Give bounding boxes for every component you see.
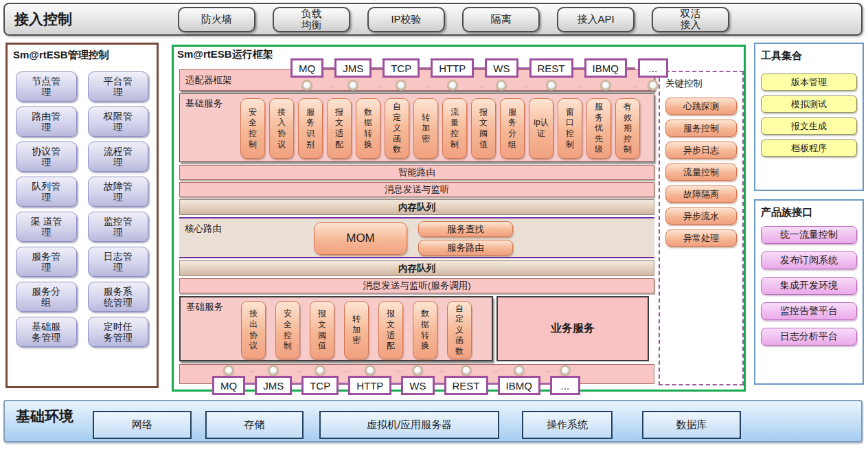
protocol-box: ... xyxy=(550,376,580,395)
basic-services-bottom-box: 基础服务 接出协议安全控制报文阈值转加密报文适配数据转换自定义函数 xyxy=(179,296,493,361)
key-control-title: 关键控制 xyxy=(660,72,742,90)
service-pill: 报文阈值 xyxy=(471,98,496,159)
management-item: 权限管 理 xyxy=(88,106,149,137)
connector-dot-icon xyxy=(268,365,279,376)
protocol-cell: JMS xyxy=(334,58,372,91)
key-control-buttons: 心跳探测服务控制异步日志流量控制故障隔离异步流水异常处理 xyxy=(665,98,737,247)
key-control-panel: 关键控制 心跳探测服务控制异步日志流量控制故障隔离异步流水异常处理 xyxy=(659,71,744,385)
service-pill: 自定义函数 xyxy=(447,301,472,359)
management-item: 渠 道管 理 xyxy=(16,212,77,242)
management-item: 服务管 理 xyxy=(16,247,77,277)
tool-item: 档板程序 xyxy=(761,139,857,157)
tools-panel: 工具集合 版本管理模拟测试报文生成档板程序 xyxy=(754,43,864,191)
management-item: 服务系 统管理 xyxy=(88,282,149,312)
connector-dot-icon xyxy=(496,80,507,91)
esb-management-title: Sm@rtESB管理控制 xyxy=(8,45,157,63)
protocol-cell: TCP xyxy=(301,365,339,395)
protocol-box: WS xyxy=(401,376,434,395)
product-family-buttons: 统一流量控制发布订阅系统集成开发环境监控告警平台日志分析平台 xyxy=(761,226,857,346)
service-pill: 安全控制 xyxy=(275,301,300,359)
management-item: 监控管 理 xyxy=(88,212,149,242)
protocol-box: REST xyxy=(444,376,488,395)
management-item: 平台管 理 xyxy=(88,71,149,102)
connector-dot-icon xyxy=(447,80,458,91)
connector-dot-icon xyxy=(546,80,557,91)
service-pill: 数据转换 xyxy=(356,98,380,159)
management-item: 定时任 务管理 xyxy=(88,317,149,347)
service-pill: 服务分组 xyxy=(500,98,525,159)
basic-services-bottom-items: 接出协议安全控制报文阈值转加密报文适配数据转换自定义函数 xyxy=(241,301,472,359)
memory-queue-band-bottom: 内存队列 xyxy=(179,260,654,276)
protocol-cell: JMS xyxy=(255,365,292,395)
key-control-item: 故障隔离 xyxy=(665,185,737,203)
protocol-cell: REST xyxy=(529,58,573,91)
access-control-bar: 接入控制 防火墙负载 均衡IP校验隔离接入API双活 接入 xyxy=(3,3,863,36)
product-family-item: 集成开发环境 xyxy=(761,277,857,295)
protocol-box: REST xyxy=(529,58,573,78)
product-family-title: 产品族接口 xyxy=(755,201,863,219)
connector-dot-icon xyxy=(223,365,234,376)
connector-dot-icon xyxy=(600,80,611,91)
smart-routing-band: 智能路由 xyxy=(179,165,654,180)
basic-services-bottom-label: 基础服务 xyxy=(186,301,223,313)
business-service-box: 业务服务 xyxy=(496,296,649,361)
message-listen-call-band: 消息发送与监听(服务调用) xyxy=(179,278,654,293)
base-environment-item: 数据库 xyxy=(642,411,741,439)
service-pill: 服务识别 xyxy=(298,98,323,159)
service-pill: 报文阈值 xyxy=(310,301,334,359)
management-item: 流程管 理 xyxy=(88,142,149,172)
service-pill: 报文适配 xyxy=(378,301,403,359)
connector-dot-icon xyxy=(347,80,358,91)
management-item: 节点管 理 xyxy=(16,71,77,102)
connector-dot-icon xyxy=(648,80,659,91)
management-item: 故障管 理 xyxy=(88,177,149,207)
access-control-item: 负载 均衡 xyxy=(273,7,350,32)
protocol-cell: HTTP xyxy=(348,365,391,395)
mom-box: MOM xyxy=(314,222,407,255)
management-item: 队列管 理 xyxy=(16,177,77,207)
protocol-cell: IBMQ xyxy=(498,365,540,395)
access-control-item: 双活 接入 xyxy=(652,7,729,32)
service-pill: 窗口控制 xyxy=(558,98,582,159)
protocol-row-top: MQ JMS TCP HTTP WS REST IBMQ ... xyxy=(290,58,668,91)
access-control-title: 接入控制 xyxy=(14,10,72,29)
protocol-cell: WS xyxy=(401,365,434,395)
connector-dot-icon xyxy=(560,365,571,376)
connector-dot-icon xyxy=(396,80,407,91)
service-pill: 接出协议 xyxy=(241,301,266,359)
service-lookup-box: 服务查找 xyxy=(418,221,513,237)
protocol-box: TCP xyxy=(301,376,339,395)
protocol-cell: HTTP xyxy=(431,58,474,91)
connector-dot-icon xyxy=(365,365,376,376)
protocol-cell: TCP xyxy=(382,58,420,91)
management-item: 协议管 理 xyxy=(16,142,77,172)
management-item: 日志管 理 xyxy=(88,247,149,277)
basic-services-top-box: 基础服务 安全控制接入协议服务识别报文适配数据转换自定义函数转加密流量控制报文阈… xyxy=(179,93,654,162)
core-routing-section: 核心路由 MOM 服务查找 服务路由 xyxy=(179,217,654,258)
message-listen-band: 消息发送与监听 xyxy=(179,182,654,197)
protocol-box: IBMQ xyxy=(498,376,540,395)
esb-management-panel: Sm@rtESB管理控制 节点管 理平台管 理路由管 理权限管 理协议管 理流程… xyxy=(5,43,159,388)
protocol-cell: MQ xyxy=(212,365,245,395)
product-family-item: 监控告警平台 xyxy=(761,302,857,320)
connector-dot-icon xyxy=(315,365,326,376)
service-pill: 转加密 xyxy=(413,98,438,159)
service-pill: 报文适配 xyxy=(327,98,352,159)
management-button-grid: 节点管 理平台管 理路由管 理权限管 理协议管 理流程管 理队列管 理故障管 理… xyxy=(16,71,148,347)
base-environment-item: 虚拟机/应用服务器 xyxy=(319,411,499,439)
access-control-item: 防火墙 xyxy=(178,7,255,32)
protocol-box: ... xyxy=(638,58,668,78)
access-control-item: 接入API xyxy=(557,7,635,32)
protocol-cell: WS xyxy=(485,58,518,91)
connector-dot-icon xyxy=(412,365,423,376)
protocol-box: IBMQ xyxy=(584,58,627,78)
core-routing-label: 核心路由 xyxy=(185,223,222,235)
key-control-item: 流量控制 xyxy=(665,164,737,181)
connector-dot-icon xyxy=(461,365,472,376)
connector-dot-icon xyxy=(514,365,525,376)
key-control-item: 心跳探测 xyxy=(665,98,737,115)
service-pill: 转加密 xyxy=(344,301,369,359)
access-control-item: 隔离 xyxy=(462,7,540,32)
protocol-box: WS xyxy=(485,58,518,78)
tools-title: 工具集合 xyxy=(755,44,863,63)
